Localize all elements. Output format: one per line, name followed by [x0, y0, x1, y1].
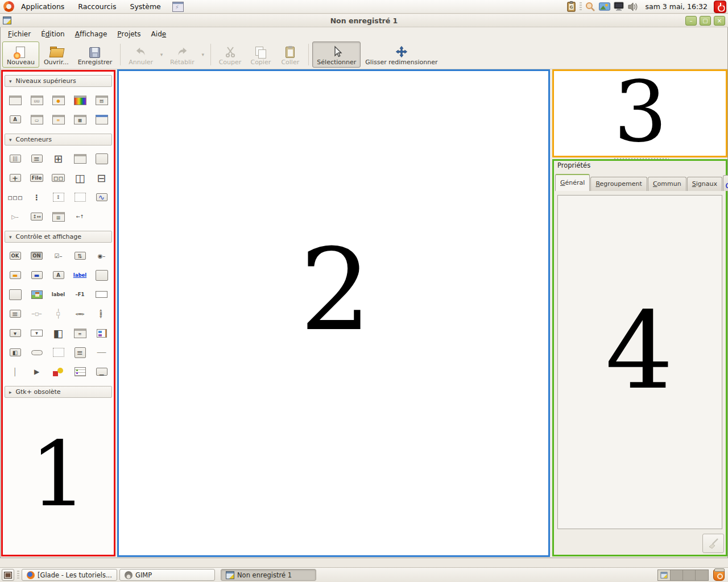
palette-item-dialogue-liste[interactable]: ▦ — [69, 110, 91, 129]
palette-item-liste-icones[interactable] — [69, 362, 91, 381]
palette-item-etiquette[interactable]: label — [48, 285, 69, 304]
palette-item-selecteur-de-fichier[interactable]: ▤ — [91, 90, 113, 110]
tab-signaux[interactable]: Signaux — [687, 177, 722, 191]
undo-dropdown-chevron[interactable]: ▾ — [158, 41, 166, 68]
palette-section-header[interactable]: ▾Conteneurs — [5, 134, 112, 146]
palette-item-bouton-vide[interactable] — [91, 265, 113, 285]
palette-item-barre-d-etat[interactable]: ▁ — [91, 362, 113, 381]
palette-item-barre-defilement-horizontale[interactable]: ◂▬▸ — [69, 304, 91, 323]
panel-clock[interactable]: sam 3 mai, 16:32 — [642, 2, 711, 11]
palette-item-barre-defilement-verticale[interactable]: ◂▬▸ — [91, 304, 113, 323]
workspace-2[interactable] — [671, 570, 683, 580]
panel-menu-raccourcis[interactable]: Raccourcis — [71, 0, 123, 13]
palette-item-barre-de-menus[interactable]: File — [26, 168, 48, 188]
palette-item-case-a-cocher[interactable]: ☑– — [48, 246, 69, 265]
palette-item-zone-de-disposition[interactable] — [69, 188, 91, 207]
drag-resize-button[interactable]: Glisser redimensionner — [361, 41, 442, 68]
menu-affichage[interactable]: Affichage — [70, 27, 113, 40]
paste-button[interactable]: Coller — [275, 41, 305, 68]
tab-accessibility[interactable] — [723, 175, 728, 191]
palette-item-cadre[interactable] — [91, 149, 113, 168]
palette-item-bouton-numerique[interactable]: ⇅ — [69, 246, 91, 265]
tab-general[interactable]: Général — [555, 174, 590, 191]
palette-item-panneaux-horizontaux[interactable]: ◫ — [69, 168, 91, 188]
clipboard-tray-icon[interactable]: G — [565, 1, 577, 13]
cut-button[interactable]: Couper — [214, 41, 246, 68]
palette-item-boite-horizontale[interactable]: ||| — [5, 149, 26, 168]
workspace-4[interactable] — [696, 570, 708, 580]
palette-item-bouton-bascule[interactable]: ON — [26, 246, 48, 265]
palette-item-vue-icones[interactable] — [91, 323, 113, 343]
palette-item-selecteur-de-police[interactable]: A — [5, 110, 26, 129]
select-button[interactable]: Sélectionner — [312, 41, 361, 68]
palette-item-disposition[interactable]: ▥ — [48, 207, 69, 226]
palette-item-separateur-vertical[interactable]: │ — [5, 362, 26, 381]
palette-item-bouton-police[interactable]: A — [48, 265, 69, 285]
ubuntu-logo-icon[interactable] — [3, 1, 14, 12]
clear-properties-button[interactable] — [702, 534, 724, 553]
palette-item-bouton-selecteur-fichier[interactable]: ▬ — [5, 265, 26, 285]
palette-item-vue-arborescente[interactable]: ≡ — [69, 323, 91, 343]
palette-item-alignement[interactable]: ←↑ — [69, 207, 91, 226]
search-tray-icon[interactable] — [585, 1, 596, 13]
palette-item-vue-cellule[interactable]: ◧ — [5, 343, 26, 362]
palette-item-boite-de-prise[interactable]: ∿ — [91, 188, 113, 207]
palette-item-barre-d-outils[interactable]: ▫▫ — [48, 168, 69, 188]
palette-item-widget-vide[interactable] — [5, 285, 26, 304]
save-button[interactable]: Enregistrer — [73, 41, 117, 68]
maximize-button[interactable]: ▢ — [700, 16, 711, 26]
palette-item-boite-boutons-verticale[interactable]: ⋮ — [26, 188, 48, 207]
palette-item-dialogue-de-saisie[interactable]: ▭ — [26, 110, 48, 129]
photo-tray-icon[interactable] — [599, 1, 610, 13]
palette-item-vue-texte[interactable]: ≡ — [5, 304, 26, 323]
palette-item-port-de-vue[interactable]: ↕ — [48, 188, 69, 207]
menu-projets[interactable]: Projets — [112, 27, 146, 40]
palette-item-dialogue-a-propos[interactable]: ≡ — [48, 110, 69, 129]
copy-button[interactable]: Copier — [246, 41, 275, 68]
palette-item-fleche[interactable]: ▶ — [26, 362, 48, 381]
palette-item-calendrier[interactable] — [48, 343, 69, 362]
menu-fichier[interactable]: Fichier — [3, 27, 36, 40]
palette-item-glissiere-verticale[interactable]: ─◻─ — [48, 304, 69, 323]
palette-item-bouton-couleur[interactable]: ▬ — [26, 265, 48, 285]
taskbar-window-gimp[interactable]: GIMP — [119, 569, 215, 581]
power-button[interactable] — [714, 1, 726, 13]
tray-drag-handle[interactable] — [580, 2, 582, 11]
panel-launcher-icon[interactable] — [172, 2, 184, 12]
palette-section-header[interactable]: ▸Gtk+ obsolète — [5, 386, 112, 398]
close-button[interactable]: × — [714, 16, 725, 26]
palette-item-selecteur-de-couleur[interactable] — [69, 90, 91, 110]
palette-item-boite-verticale[interactable]: ≡ — [26, 149, 48, 168]
undo-button[interactable]: Annuler — [124, 41, 158, 68]
open-button[interactable]: Ouvrir... — [39, 41, 73, 68]
tab-regroupement[interactable]: Regroupement — [590, 177, 647, 191]
show-desktop-button[interactable] — [2, 569, 14, 581]
palette-item-bouton-radio[interactable]: ◉– — [91, 246, 113, 265]
palette-item-panneaux-verticaux[interactable]: ⊟ — [91, 168, 113, 188]
palette-item-positions-fixes[interactable]: + — [5, 168, 26, 188]
menu-edition[interactable]: Édition — [36, 27, 70, 40]
palette-item-separateur-horizontal[interactable]: ── — [91, 343, 113, 362]
palette-item-barre-de-progression[interactable]: ◧ — [48, 323, 69, 343]
palette-item-boite-combinee[interactable]: ▾ — [5, 323, 26, 343]
palette-item-table[interactable]: ⊞ — [48, 149, 69, 168]
tab-commun[interactable]: Commun — [648, 177, 686, 191]
palette-item-boite-combinee-saisie[interactable]: ▾ — [26, 323, 48, 343]
palette-item-dialogue-de-message[interactable]: ● — [48, 90, 69, 110]
palette-section-header[interactable]: ▾Niveaux supérieurs — [5, 75, 112, 87]
palette-item-liste[interactable]: ≡ — [69, 343, 91, 362]
workspace-1[interactable] — [658, 570, 671, 580]
palette-item-notebook[interactable] — [69, 149, 91, 168]
workspace-3[interactable] — [683, 570, 696, 580]
palette-item-fenetre[interactable] — [5, 90, 26, 110]
palette-item-boite-de-dialogue[interactable]: ▫▫ — [26, 90, 48, 110]
palette-item-fenetre-de-defilement[interactable]: ↕↔ — [26, 207, 48, 226]
window-titlebar[interactable]: Non enregistré 1 – ▢ × — [0, 14, 728, 27]
taskbar-window-glade[interactable]: Non enregistré 1 — [221, 569, 316, 581]
trash-icon[interactable] — [713, 569, 725, 581]
menu-aide[interactable]: Aide — [146, 27, 172, 40]
display-tray-icon[interactable] — [613, 1, 624, 13]
palette-item-etiquette-accel[interactable]: –F1 — [69, 285, 91, 304]
palette-item-expandeur[interactable]: ▷– — [5, 207, 26, 226]
palette-item-bouton-lien[interactable]: label — [69, 265, 91, 285]
